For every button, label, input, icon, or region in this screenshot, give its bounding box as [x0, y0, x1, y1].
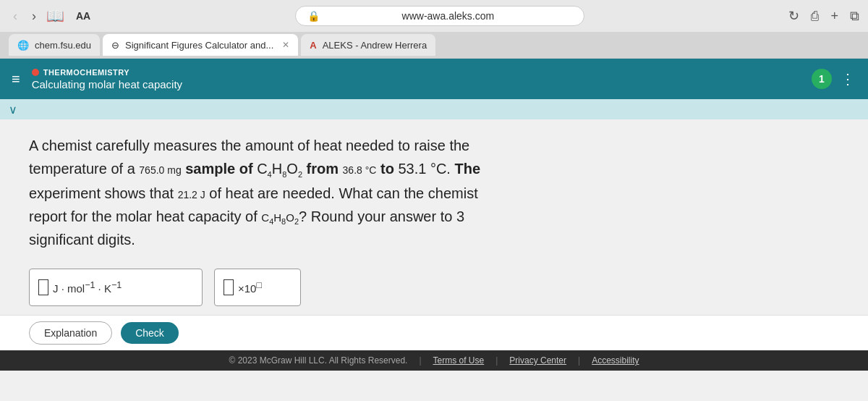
tab-label: Significant Figures Calculator and... — [125, 40, 273, 51]
reading-list-icon[interactable]: 📖 — [46, 7, 64, 25]
explanation-button[interactable]: Explanation — [29, 321, 112, 345]
exponent-input-box[interactable]: ×10□ — [214, 269, 301, 306]
copy-icon[interactable]: ⧉ — [850, 9, 859, 24]
privacy-center-link[interactable]: Privacy Center — [509, 355, 566, 366]
add-tab-icon[interactable]: + — [830, 9, 838, 24]
forward-button[interactable]: › — [27, 7, 41, 25]
answer-area: J · mol−1 · K−1 ×10□ — [0, 260, 868, 315]
lock-icon: 🔒 — [307, 10, 320, 22]
more-options-button[interactable]: ⋮ — [841, 70, 856, 88]
tab-significant-figures[interactable]: ⊖ Significant Figures Calculator and... … — [103, 34, 298, 56]
url-text: www-awa.aleks.com — [324, 10, 572, 22]
aleks-footer: © 2023 McGraw Hill LLC. All Rights Reser… — [0, 350, 868, 371]
answer-input-box[interactable]: J · mol−1 · K−1 — [29, 269, 203, 306]
tab-close-icon[interactable]: ✕ — [282, 40, 289, 50]
problem-line1: A chemist carefully measures the amount … — [29, 138, 469, 153]
share-icon[interactable]: ⎙ — [811, 9, 819, 24]
subject-label: THERMOCHEMISTRY — [32, 68, 812, 77]
x10-display: ×10□ — [238, 280, 262, 295]
text-cursor-2 — [224, 279, 234, 295]
aleks-header: ≡ THERMOCHEMISTRY Calculating molar heat… — [0, 59, 868, 99]
units-display: J · mol−1 · K−1 — [53, 280, 122, 295]
problem-line4: report for the molar heat capacity of C4… — [29, 208, 464, 224]
status-dot — [32, 69, 39, 76]
problem-line3: experiment shows that 21.2 J of heat are… — [29, 185, 478, 201]
copyright-text: © 2023 McGraw Hill LLC. All Rights Reser… — [229, 355, 407, 366]
reload-icon[interactable]: ↻ — [788, 8, 799, 24]
mass-value: 765.0 mg — [139, 164, 181, 176]
header-actions: 1 ⋮ — [812, 69, 856, 89]
aa-text[interactable]: AA — [76, 10, 90, 22]
problem-text: A chemist carefully measures the amount … — [29, 134, 839, 251]
address-bar[interactable]: 🔒 www-awa.aleks.com — [295, 6, 584, 26]
progress-badge: 1 — [812, 69, 832, 89]
tab-aleks[interactable]: A ALEKS - Andrew Herrera — [301, 34, 435, 56]
aleks-icon: A — [310, 40, 316, 51]
tab-label: ALEKS - Andrew Herrera — [323, 40, 427, 51]
check-button[interactable]: Check — [121, 322, 179, 344]
accessibility-link[interactable]: Accessibility — [592, 355, 639, 366]
terms-of-use-link[interactable]: Terms of Use — [433, 355, 485, 366]
bottom-bar: Explanation Check — [0, 315, 868, 350]
problem-line2-pre: temperature of a — [29, 161, 139, 177]
back-button[interactable]: ‹ — [9, 7, 22, 25]
tab-bar: 🌐 chem.fsu.edu ⊖ Significant Figures Cal… — [0, 32, 868, 58]
minus-circle-icon: ⊖ — [111, 40, 119, 51]
collapse-bar[interactable]: ∨ — [0, 99, 868, 119]
tab-label: chem.fsu.edu — [35, 40, 91, 51]
problem-line5: significant digits. — [29, 232, 135, 248]
tab-chem-fsu[interactable]: 🌐 chem.fsu.edu — [9, 34, 100, 56]
header-info: THERMOCHEMISTRY Calculating molar heat c… — [32, 68, 812, 90]
text-cursor — [38, 279, 48, 295]
chevron-down-icon: ∨ — [9, 103, 17, 117]
problem-area: A chemist carefully measures the amount … — [0, 119, 868, 260]
globe-icon: 🌐 — [17, 40, 29, 51]
lesson-title: Calculating molar heat capacity — [32, 78, 812, 90]
hamburger-button[interactable]: ≡ — [12, 71, 20, 88]
problem-line2-sample: sample of C4H8O2 from 36.8 °C to 53.1 °C… — [182, 161, 480, 177]
